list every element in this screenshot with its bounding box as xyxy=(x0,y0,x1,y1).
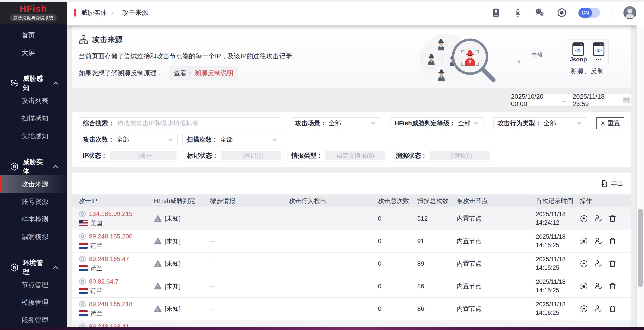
sidebar-item-attack-source[interactable]: 攻击来源 xyxy=(0,175,67,193)
view-explain-chip[interactable]: 查看： 溯源反制说明 xyxy=(169,66,238,80)
chat-icon[interactable] xyxy=(535,7,545,18)
geo-line: 美国 xyxy=(79,219,154,227)
mark-status-filter[interactable]: 标记状态： 已标记(0) xyxy=(183,150,282,162)
chevron-down-icon xyxy=(167,137,173,143)
mark-user-icon[interactable] xyxy=(594,259,602,268)
threat-level-select[interactable]: HFish威胁判定等级： 全部 xyxy=(390,117,484,129)
first-seen-cell: 2025/11/18 14:15:25 xyxy=(536,233,580,250)
attack-count-select[interactable]: 攻击次数： 全部 xyxy=(79,134,178,145)
brand-name: HFish xyxy=(20,4,47,13)
sidebar-item-home[interactable]: 首页 xyxy=(0,26,67,44)
intel-type-value[interactable]: 自定义情报(0) xyxy=(325,151,385,160)
sidebar-section-threat-sense[interactable]: 威胁感知 xyxy=(0,74,67,92)
sidebar-item-scan-sense[interactable]: 扫描感知 xyxy=(0,110,67,127)
trace-action-icon[interactable] xyxy=(580,214,588,223)
delete-icon[interactable] xyxy=(608,214,617,223)
trace-action-icon[interactable] xyxy=(580,237,588,245)
delete-icon[interactable] xyxy=(608,282,617,291)
attack-ip-link[interactable]: 89.248.165.218 xyxy=(79,300,154,308)
export-icon xyxy=(600,179,608,187)
trace-action-icon[interactable] xyxy=(580,259,588,268)
mark-status-value[interactable]: 已标记(0) xyxy=(221,151,281,160)
page-hint-text: 如果您想了解溯源反制原理， xyxy=(79,69,163,78)
table-row: 89.248.163.41 荷兰 [未知] -- 0 86 内置节点 xyxy=(72,320,631,327)
attack-ip-link[interactable]: 80.82.64.7 xyxy=(79,278,154,285)
intel-type-filter[interactable]: 情报类型： 自定义情报(0) xyxy=(288,150,387,162)
search-label: 综合搜索： xyxy=(83,119,114,128)
attack-ip-link[interactable]: 89.248.163.41 xyxy=(79,323,154,328)
rocket-icon[interactable] xyxy=(513,7,523,18)
scan-total-cell: 86 xyxy=(417,305,456,312)
delete-icon[interactable] xyxy=(608,259,617,268)
export-button[interactable]: 导出 xyxy=(600,179,624,188)
breadcrumb-parent[interactable]: 威胁实体 xyxy=(81,8,107,17)
combined-search[interactable]: 综合搜索： xyxy=(79,117,281,129)
sidebar-item-dashboard[interactable]: 大屏 xyxy=(0,44,67,62)
sidebar-item-attack-list[interactable]: 攻击列表 xyxy=(0,92,67,110)
avatar[interactable] xyxy=(624,6,636,19)
warning-icon xyxy=(154,305,162,313)
geo-line: 荷兰 xyxy=(79,264,154,272)
target-icon xyxy=(79,210,86,218)
code-window-icon xyxy=(592,42,605,56)
trace-action-icon[interactable] xyxy=(580,305,588,313)
sidebar-item-node-mgmt[interactable]: 节点管理 xyxy=(0,276,67,294)
attack-total-cell: 0 xyxy=(378,283,417,290)
sidebar-section-threat-entity[interactable]: 威胁实体 xyxy=(0,158,67,175)
sidebar-item-service-mgmt[interactable]: 服务管理 xyxy=(0,312,67,329)
table-row: 134.185.99.215 美国 [未知] -- 0 512 内置节点 xyxy=(72,207,631,230)
trace-status-filter[interactable]: 溯源状态： 已溯源(0) xyxy=(392,150,491,162)
attack-ip-link[interactable]: 89.248.165.47 xyxy=(79,255,154,263)
scrollbar-thumb[interactable] xyxy=(638,209,643,287)
attack-total-cell: 0 xyxy=(378,238,417,245)
attack-ip-cell: 89.248.163.41 荷兰 xyxy=(79,323,154,328)
mark-user-icon[interactable] xyxy=(594,214,602,223)
first-seen-cell: 2025/11/18 14:15:25 xyxy=(536,255,580,272)
delete-icon[interactable] xyxy=(608,237,617,245)
attack-ip-link[interactable]: 134.185.99.215 xyxy=(79,210,154,218)
mark-user-icon[interactable] xyxy=(594,282,602,291)
attack-ip-cell: 89.248.165.218 荷兰 xyxy=(79,300,154,318)
delete-icon[interactable] xyxy=(608,305,617,313)
target-icon xyxy=(79,233,86,240)
sidebar-item-vuln-sim[interactable]: 漏洞模拟 xyxy=(0,228,67,246)
threat-verdict-cell: [未知] xyxy=(154,305,210,313)
mark-user-icon[interactable] xyxy=(594,305,602,313)
language-toggle[interactable]: CN xyxy=(578,8,600,18)
sidebar-section-env-mgmt[interactable]: 环境管理 xyxy=(0,259,67,276)
scan-count-select[interactable]: 扫描次数： 全部 xyxy=(182,134,282,145)
window-top-edge xyxy=(0,0,644,2)
sidebar-item-account-resource[interactable]: 账号资源 xyxy=(0,193,67,210)
trace-explain-link[interactable]: 溯源反制说明 xyxy=(194,69,234,78)
date-end: 2025/11/18 23:59 xyxy=(573,93,618,108)
attack-ip-cell: 80.82.64.7 荷兰 xyxy=(79,278,154,295)
table-row: 89.248.165.47 荷兰 [未知] -- 0 89 内置节点 xyxy=(72,253,631,275)
warning-icon xyxy=(154,215,162,223)
attack-ip-link[interactable]: 89.248.165.200 xyxy=(79,233,154,240)
ip-status-filter[interactable]: IP状态： 已攻击 xyxy=(79,150,178,162)
row-actions xyxy=(580,259,631,268)
docs-icon[interactable] xyxy=(491,7,501,18)
reset-button[interactable]: ✕ 重置 xyxy=(596,117,624,129)
brand-logo[interactable]: HFish 威胁捕捉与诱骗系统 xyxy=(0,2,67,24)
sidebar-item-template-mgmt[interactable]: 模板管理 xyxy=(0,294,67,312)
country-flag-icon xyxy=(79,288,88,294)
trace-status-value[interactable]: 已溯源(0) xyxy=(430,151,490,160)
cube-icon xyxy=(10,263,19,272)
breadcrumb-separator-icon: › xyxy=(111,9,113,16)
sidebar-item-sample-detect[interactable]: 样本检测 xyxy=(0,210,67,228)
shield-icon[interactable] xyxy=(556,7,567,18)
sidebar-item-compromise-sense[interactable]: 失陷感知 xyxy=(0,127,67,145)
threatbook-intel-cell: -- xyxy=(210,283,289,290)
mark-user-icon[interactable] xyxy=(594,237,602,245)
attack-scene-select[interactable]: 攻击场景： 全部 xyxy=(291,117,380,129)
radar-icon xyxy=(10,79,19,88)
ip-status-value[interactable]: 已攻击 xyxy=(110,151,176,160)
attack-behavior-select[interactable]: 攻击行为类型： 全部 xyxy=(493,117,586,129)
search-input[interactable] xyxy=(117,120,277,127)
scrollbar-track[interactable] xyxy=(636,25,644,327)
topbar-divider xyxy=(612,5,612,21)
date-range-picker[interactable]: 2025/10/20 00:00 → 2025/11/18 23:59 xyxy=(511,94,631,107)
attacked-node-cell: 内置节点 xyxy=(456,237,536,245)
trace-action-icon[interactable] xyxy=(580,282,588,291)
